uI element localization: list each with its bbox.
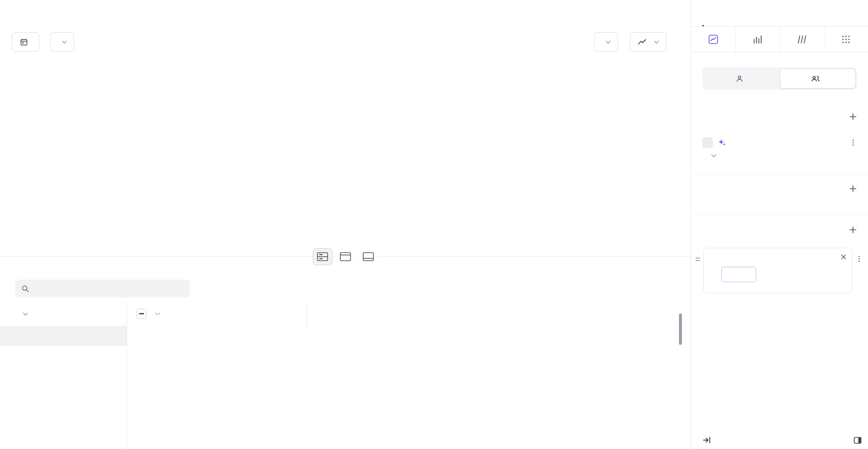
metric-menu-icon[interactable] bbox=[849, 139, 857, 147]
chart-toolbar bbox=[12, 32, 666, 52]
search-input[interactable] bbox=[34, 285, 184, 292]
drag-handle-icon[interactable] bbox=[696, 258, 700, 261]
metric-series-badge bbox=[702, 137, 713, 148]
split-view-icon bbox=[317, 252, 328, 262]
event-sparkle-icon bbox=[718, 139, 726, 147]
bar-chart-icon bbox=[752, 34, 763, 45]
add-breakdown-button[interactable] bbox=[849, 226, 857, 234]
table-date-headers bbox=[306, 302, 307, 326]
search-box bbox=[15, 280, 190, 297]
remove-breakdown-icon[interactable] bbox=[840, 254, 847, 260]
date-range-group bbox=[12, 32, 39, 52]
table-header-row bbox=[127, 302, 691, 326]
table-data-area bbox=[127, 302, 691, 449]
table-scrollbar[interactable] bbox=[679, 313, 682, 345]
funnel-chart-icon bbox=[796, 34, 807, 45]
chevron-down-icon bbox=[62, 39, 67, 43]
chart-main-area bbox=[0, 0, 691, 449]
chevron-down-icon bbox=[23, 310, 28, 315]
results-table bbox=[0, 302, 691, 449]
search-icon bbox=[21, 285, 29, 293]
group-column-header[interactable] bbox=[147, 313, 247, 315]
scope-user-button[interactable] bbox=[704, 69, 780, 89]
chart-type-funnel-button[interactable] bbox=[779, 27, 824, 52]
calendar-icon bbox=[20, 38, 28, 46]
query-panel bbox=[691, 0, 868, 449]
people-icon bbox=[811, 75, 820, 83]
scope-company-button[interactable] bbox=[780, 69, 856, 89]
range-custom[interactable] bbox=[12, 33, 39, 51]
chart-style-dropdown[interactable] bbox=[630, 32, 666, 52]
filter-section bbox=[691, 174, 868, 214]
metric-measure-dropdown[interactable] bbox=[702, 155, 857, 156]
chart-type-tabs bbox=[691, 27, 868, 53]
breakdown-card bbox=[703, 248, 852, 293]
layout-toggle-group bbox=[0, 248, 691, 265]
layout-table-only-button[interactable] bbox=[359, 248, 378, 265]
chevron-down-icon bbox=[606, 39, 610, 43]
chevron-down-icon bbox=[654, 39, 659, 43]
chart-only-icon bbox=[339, 252, 351, 262]
event-column bbox=[0, 302, 127, 449]
layout-split-view-button[interactable] bbox=[313, 248, 332, 265]
select-all-checkbox[interactable] bbox=[136, 309, 147, 319]
granularity-dropdown[interactable] bbox=[594, 32, 618, 52]
tab-query[interactable] bbox=[702, 0, 704, 26]
chart-type-line-button[interactable] bbox=[691, 27, 735, 52]
breakdown-value-input[interactable] bbox=[721, 267, 756, 282]
panel-tabs bbox=[691, 0, 868, 27]
chevron-down-icon bbox=[711, 152, 716, 157]
chart-type-grid-button[interactable] bbox=[824, 27, 868, 52]
panel-footer bbox=[702, 435, 862, 445]
breakdown-section bbox=[691, 214, 868, 293]
collapse-panel-icon[interactable] bbox=[702, 435, 712, 445]
person-icon bbox=[736, 75, 743, 83]
scope-toggle bbox=[702, 67, 857, 90]
table-only-icon bbox=[362, 252, 374, 262]
add-metric-button[interactable] bbox=[849, 113, 857, 121]
event-column-header[interactable] bbox=[0, 302, 127, 326]
panel-toggle-icon[interactable] bbox=[853, 436, 862, 445]
layout-chart-only-button[interactable] bbox=[336, 248, 355, 265]
tab-chart[interactable] bbox=[718, 0, 720, 26]
analytics-app bbox=[0, 0, 868, 449]
trend-chart[interactable] bbox=[0, 74, 691, 234]
add-filter-button[interactable] bbox=[849, 185, 857, 193]
chevron-down-icon bbox=[155, 313, 160, 315]
metrics-section bbox=[691, 111, 868, 174]
compare-button[interactable] bbox=[50, 32, 74, 52]
breakdown-menu-icon[interactable] bbox=[855, 255, 863, 263]
grid-dots-icon bbox=[840, 34, 851, 45]
metric-item[interactable] bbox=[702, 137, 857, 148]
chart-type-bar-button[interactable] bbox=[735, 27, 780, 52]
line-chart-icon bbox=[708, 34, 719, 45]
line-chart-icon bbox=[638, 39, 646, 45]
event-list-item[interactable] bbox=[0, 326, 127, 346]
